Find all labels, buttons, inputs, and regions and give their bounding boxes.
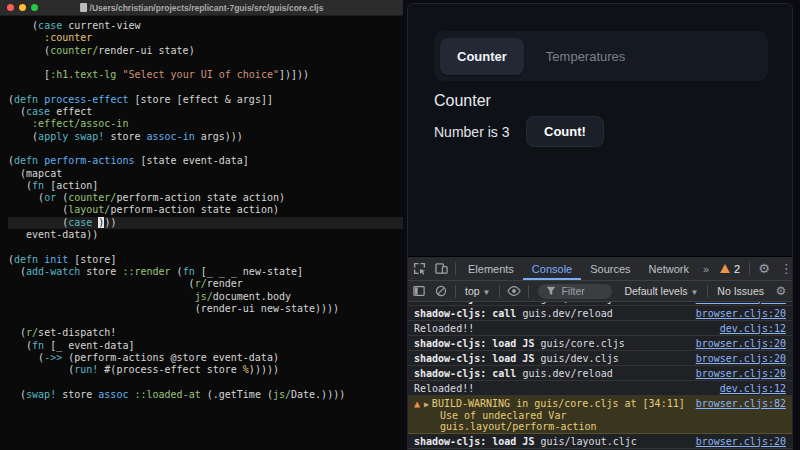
- code-line[interactable]: :counter: [8, 32, 403, 44]
- source-location-link[interactable]: browser.cljs:82: [696, 398, 786, 409]
- editor-window: /Users/christian/projects/replicant-7gui…: [0, 0, 403, 450]
- view-tab-temperatures[interactable]: Temperatures: [546, 49, 625, 64]
- counter-value-label: Number is 3: [434, 124, 526, 140]
- console-log-row: Reloaded!!dev.cljs:12: [408, 321, 792, 336]
- issues-counter[interactable]: No Issues: [711, 285, 770, 297]
- console-log[interactable]: shadow-cljs: load JS guis/dev.cljsbrowse…: [408, 302, 792, 450]
- editor-titlebar: /Users/christian/projects/replicant-7gui…: [0, 0, 403, 16]
- device-toolbar-icon[interactable]: [430, 257, 452, 280]
- source-location-link[interactable]: browser.cljs:20: [696, 338, 786, 349]
- code-line[interactable]: (case effect: [8, 106, 403, 118]
- ui-tab-group: CounterTemperatures: [434, 31, 768, 81]
- clear-console-icon[interactable]: [430, 281, 452, 301]
- divider: [528, 285, 529, 298]
- code-line[interactable]: (counter/render-ui state): [8, 45, 403, 57]
- code-line[interactable]: event-data)): [8, 229, 403, 241]
- count-button[interactable]: Count!: [526, 116, 604, 147]
- code-line[interactable]: js/document.body: [8, 291, 403, 303]
- close-window-button[interactable]: [7, 4, 14, 11]
- browser-viewport: CounterTemperatures Counter Number is 3 …: [408, 4, 792, 256]
- file-path: /Users/christian/projects/replicant-7gui…: [80, 3, 324, 13]
- code-area[interactable]: (case current-view :counter (counter/ren…: [0, 16, 403, 401]
- source-location-link[interactable]: browser.cljs:20: [696, 308, 786, 319]
- console-log-row: shadow-cljs: call guis.dev/reloadbrowser…: [408, 306, 792, 321]
- console-log-row: shadow-cljs: load JS guis/core.cljsbrows…: [408, 336, 792, 351]
- minimize-window-button[interactable]: [19, 4, 26, 11]
- code-line[interactable]: (apply swap! store assoc-in args))): [8, 131, 403, 143]
- devtools-tab-elements[interactable]: Elements: [459, 257, 523, 280]
- warning-count: 2: [734, 263, 740, 275]
- code-line[interactable]: [8, 81, 403, 93]
- divider: [455, 285, 456, 298]
- inspect-element-icon[interactable]: [408, 257, 430, 280]
- code-line[interactable]: (case ))): [8, 217, 403, 229]
- code-line[interactable]: (or (counter/perform-action state action…: [8, 192, 403, 204]
- console-settings-icon[interactable]: ⚙: [770, 281, 792, 301]
- code-line[interactable]: (fn [_ event-data]: [8, 340, 403, 352]
- console-log-row: Reloaded!!dev.cljs:12: [408, 381, 792, 396]
- devtools-tab-sources[interactable]: Sources: [581, 257, 639, 280]
- code-line[interactable]: (defn perform-actions [state event-data]: [8, 155, 403, 167]
- code-line[interactable]: (fn [action]: [8, 180, 403, 192]
- more-tabs-icon[interactable]: »: [698, 263, 714, 275]
- page-title: Counter: [434, 92, 491, 110]
- code-line[interactable]: (add-watch store ::render (fn [_ _ _ new…: [8, 266, 403, 278]
- divider: [455, 262, 456, 275]
- warning-count-badge[interactable]: 2: [714, 263, 746, 275]
- console-log-row: shadow-cljs: load JS guis/dev.cljsbrowse…: [408, 351, 792, 366]
- code-line[interactable]: (render-ui new-state)))): [8, 303, 403, 315]
- devtools-settings-icon[interactable]: ⚙: [753, 257, 775, 280]
- console-sidebar-icon[interactable]: [408, 281, 430, 301]
- log-levels-dropdown[interactable]: Default levels ▼: [618, 285, 704, 297]
- document-icon: [80, 3, 87, 12]
- code-line[interactable]: [8, 57, 403, 69]
- code-line[interactable]: [8, 315, 403, 327]
- code-line[interactable]: :effect/assoc-in: [8, 118, 403, 130]
- code-line[interactable]: [8, 377, 403, 389]
- console-log-row: shadow-cljs: call guis.dev/reloadbrowser…: [408, 366, 792, 381]
- code-line[interactable]: (case current-view: [8, 20, 403, 32]
- warning-icon: [720, 264, 730, 273]
- eye-icon[interactable]: [503, 281, 525, 301]
- code-line[interactable]: (swap! store assoc ::loaded-at (.getTime…: [8, 389, 403, 401]
- source-location-link[interactable]: browser.cljs:20: [696, 353, 786, 364]
- devtools-tabbar: ElementsConsoleSourcesNetwork » 2 ⚙ ⋮ ×: [408, 257, 792, 281]
- console-warning-row: ▲▶BUILD-WARNING in guis/core.cljs at [34…: [408, 396, 792, 434]
- expand-caret-icon[interactable]: ▶: [424, 400, 429, 409]
- divider: [749, 262, 750, 275]
- devtools-tab-console[interactable]: Console: [523, 257, 581, 280]
- source-location-link[interactable]: dev.cljs:12: [720, 323, 786, 334]
- browser-window: CounterTemperatures Counter Number is 3 …: [407, 3, 793, 450]
- code-line[interactable]: (r/set-dispatch!: [8, 327, 403, 339]
- warning-triangle-icon: ▲: [414, 398, 420, 409]
- code-line[interactable]: (->> (perform-actions @store event-data): [8, 352, 403, 364]
- code-line[interactable]: (layout/perform-action state action): [8, 204, 403, 216]
- devtools-panel: ElementsConsoleSourcesNetwork » 2 ⚙ ⋮ × …: [408, 256, 792, 450]
- console-filter-input[interactable]: Filter: [538, 284, 612, 299]
- console-toolbar: top ▼ Filter Default levels ▼ No Issues …: [408, 281, 792, 302]
- funnel-icon: [546, 286, 556, 296]
- code-line[interactable]: (run! #(process-effect store %))))): [8, 364, 403, 376]
- window-controls: [7, 4, 38, 11]
- source-location-link[interactable]: browser.cljs:20: [696, 368, 786, 379]
- zoom-window-button[interactable]: [31, 4, 38, 11]
- source-location-link[interactable]: dev.cljs:12: [720, 383, 786, 394]
- counter-row: Number is 3 Count!: [434, 116, 604, 147]
- code-line[interactable]: (mapcat: [8, 168, 403, 180]
- kebab-menu-icon[interactable]: ⋮: [775, 257, 793, 280]
- source-location-link[interactable]: browser.cljs:20: [696, 436, 786, 447]
- file-path-text: /Users/christian/projects/replicant-7gui…: [90, 3, 324, 13]
- filter-placeholder: Filter: [561, 285, 584, 297]
- code-line[interactable]: (defn process-effect [store [effect & ar…: [8, 94, 403, 106]
- console-log-row: shadow-cljs: load JS guis/layout.cljcbro…: [408, 434, 792, 449]
- code-line[interactable]: [8, 241, 403, 253]
- divider: [499, 285, 500, 298]
- context-selector[interactable]: top ▼: [459, 285, 496, 297]
- source-location-link[interactable]: browser.cljs:20: [696, 302, 786, 304]
- devtools-tab-network[interactable]: Network: [640, 257, 698, 280]
- view-tab-counter[interactable]: Counter: [440, 38, 524, 75]
- code-line[interactable]: [8, 143, 403, 155]
- code-line[interactable]: (r/render: [8, 278, 403, 290]
- code-line[interactable]: [:h1.text-lg "Select your UI of choice"]…: [8, 69, 403, 81]
- code-line[interactable]: (defn init [store]: [8, 254, 403, 266]
